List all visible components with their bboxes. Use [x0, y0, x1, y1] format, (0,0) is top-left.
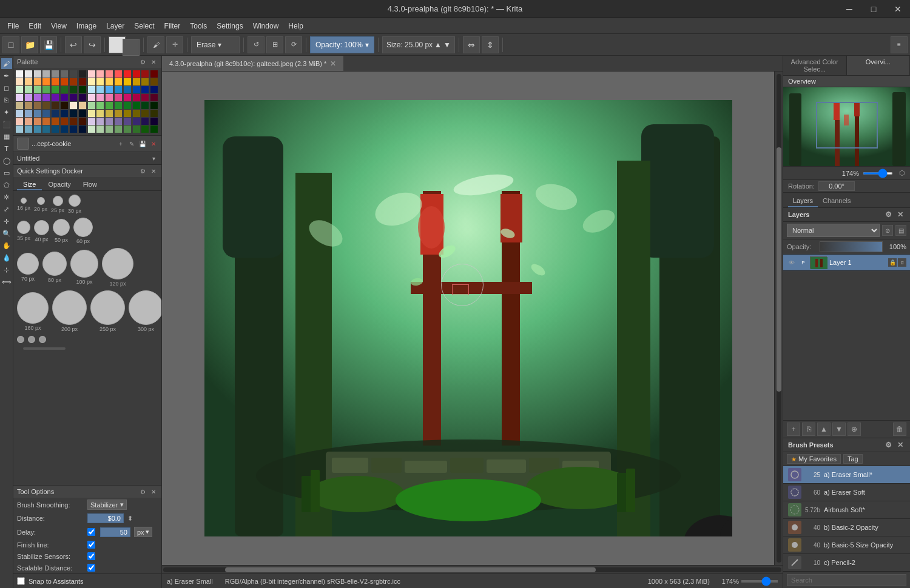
palette-color-101[interactable]	[61, 118, 68, 125]
palette-color-43[interactable]	[115, 86, 122, 93]
expand-icon[interactable]: ▾	[149, 154, 158, 162]
palette-color-110[interactable]	[141, 118, 149, 125]
palette-color-25[interactable]	[96, 78, 104, 85]
color-picker-tool[interactable]: 💧	[1, 252, 12, 263]
edit-brush-icon[interactable]: ✎	[127, 139, 136, 148]
save-brush-icon[interactable]: 💾	[138, 139, 147, 148]
palette-color-95[interactable]	[150, 110, 158, 117]
palette-color-36[interactable]	[52, 86, 59, 93]
palette-color-18[interactable]	[34, 78, 41, 85]
size-16px[interactable]: 16 px	[17, 198, 30, 211]
palette-color-112[interactable]	[16, 125, 23, 133]
palette-color-74[interactable]	[106, 102, 113, 109]
freehand-select-tool[interactable]: ⬠	[1, 179, 12, 190]
palette-color-84[interactable]	[52, 110, 59, 117]
menu-settings[interactable]: Settings	[212, 21, 248, 32]
palette-color-61[interactable]	[133, 94, 140, 101]
palette-color-9[interactable]	[96, 70, 104, 78]
palette-color-116[interactable]	[52, 125, 59, 133]
delay-unit-dropdown[interactable]: px▾	[134, 527, 152, 537]
palette-color-120[interactable]	[88, 125, 95, 133]
wrap-button[interactable]: ⊞	[266, 36, 283, 53]
palette-color-21[interactable]	[61, 78, 68, 85]
palette-color-100[interactable]	[52, 118, 59, 125]
palette-color-70[interactable]	[70, 102, 77, 109]
size-25px[interactable]: 25 px	[51, 196, 64, 213]
palette-color-5[interactable]	[61, 70, 68, 78]
palette-color-29[interactable]	[133, 78, 140, 85]
paint-tool[interactable]: 🖌	[1, 58, 12, 69]
blend-icon-2[interactable]: ▤	[895, 225, 906, 236]
palette-color-60[interactable]	[124, 94, 131, 101]
rotation-input[interactable]	[818, 181, 855, 191]
palette-color-22[interactable]	[70, 78, 77, 85]
size-60px[interactable]: 60 px	[73, 218, 93, 244]
palette-color-11[interactable]	[115, 70, 122, 78]
eraser-tool[interactable]: ◻	[1, 82, 12, 93]
palette-color-47[interactable]	[150, 86, 158, 93]
palette-color-4[interactable]	[52, 70, 59, 78]
palette-color-63[interactable]	[150, 94, 158, 101]
gradient-tool[interactable]: ▦	[1, 131, 12, 142]
palette-color-106[interactable]	[106, 118, 113, 125]
size-40px[interactable]: 40 px	[34, 220, 49, 242]
menu-layer[interactable]: Layer	[101, 21, 129, 32]
palette-color-69[interactable]	[61, 102, 68, 109]
delay-input[interactable]	[100, 527, 130, 537]
copy-layer-button[interactable]: ⎘	[802, 423, 815, 436]
palette-color-75[interactable]	[115, 102, 122, 109]
layer-lock-btn[interactable]: 🔒	[888, 258, 897, 267]
palette-color-12[interactable]	[124, 70, 131, 78]
palette-color-1[interactable]	[25, 70, 32, 78]
stabilize-sensors-checkbox[interactable]	[87, 552, 95, 560]
menu-help[interactable]: Help	[283, 21, 308, 32]
menu-tools[interactable]: Tools	[185, 21, 212, 32]
palette-color-117[interactable]	[61, 125, 68, 133]
palette-color-37[interactable]	[61, 86, 68, 93]
open-button[interactable]: 📁	[21, 36, 38, 53]
palette-color-79[interactable]	[150, 102, 158, 109]
palette-color-58[interactable]	[106, 94, 113, 101]
qs-tab-size[interactable]: Size	[17, 179, 42, 190]
layers-close-icon[interactable]: ✕	[895, 210, 905, 219]
merge-button[interactable]: ⊕	[848, 423, 861, 436]
scalable-distance-checkbox[interactable]	[87, 564, 95, 572]
palette-color-91[interactable]	[115, 110, 122, 117]
palette-color-57[interactable]	[96, 94, 104, 101]
palette-color-81[interactable]	[25, 110, 32, 117]
palette-color-104[interactable]	[88, 118, 95, 125]
palette-color-51[interactable]	[42, 94, 50, 101]
remove-brush-icon[interactable]: ✕	[149, 139, 158, 148]
palette-color-88[interactable]	[88, 110, 95, 117]
size-70px[interactable]: 70 px	[17, 253, 39, 282]
palette-color-96[interactable]	[16, 118, 23, 125]
bp-tag-button[interactable]: Tag	[843, 454, 863, 464]
palette-color-78[interactable]	[141, 102, 149, 109]
bp-close-icon[interactable]: ✕	[895, 440, 905, 450]
palette-color-42[interactable]	[106, 86, 113, 93]
palette-close-icon[interactable]: ✕	[149, 58, 158, 66]
canvas-tab-close-icon[interactable]: ✕	[330, 59, 336, 68]
reset-button[interactable]: ↺	[248, 36, 265, 53]
delete-layer-button[interactable]: 🗑	[893, 423, 906, 436]
palette-color-111[interactable]	[150, 118, 158, 125]
palette-color-125[interactable]	[133, 125, 140, 133]
mirror-h-button[interactable]: ⇔	[463, 36, 480, 53]
bp-item-eraser-small[interactable]: 25 a) Eraser Small*	[783, 466, 910, 484]
palette-color-40[interactable]	[88, 86, 95, 93]
bp-settings-icon[interactable]: ⚙	[883, 440, 893, 450]
palette-color-16[interactable]	[16, 78, 23, 85]
layer-alpha-btn[interactable]: α	[898, 258, 906, 267]
palette-color-97[interactable]	[25, 118, 32, 125]
to-settings-icon[interactable]: ⚙	[138, 487, 147, 496]
blend-mode-dropdown[interactable]: Normal Multiply Screen Overlay	[787, 224, 880, 237]
palette-color-124[interactable]	[124, 125, 131, 133]
palette-color-52[interactable]	[52, 94, 59, 101]
size-20px[interactable]: 20 px	[34, 197, 47, 212]
palette-color-122[interactable]	[106, 125, 113, 133]
palette-color-98[interactable]	[34, 118, 41, 125]
brush-search-input[interactable]	[787, 574, 906, 586]
quick-settings-scrollbar[interactable]	[17, 347, 158, 350]
contiguous-select-tool[interactable]: ✲	[1, 192, 12, 202]
menu-edit[interactable]: Edit	[24, 21, 46, 32]
